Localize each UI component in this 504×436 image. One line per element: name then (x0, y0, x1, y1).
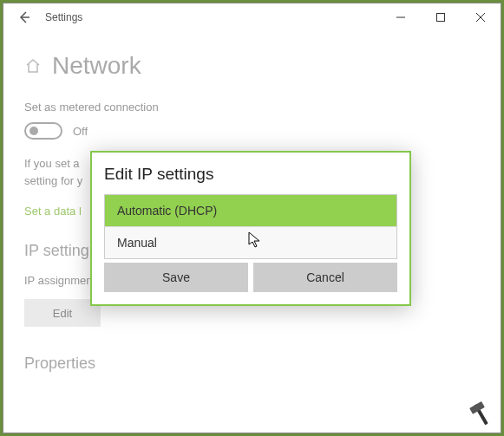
cancel-button[interactable]: Cancel (253, 263, 397, 292)
window-title: Settings (45, 11, 381, 23)
page-title: Network (52, 52, 141, 80)
minimize-icon (396, 13, 405, 22)
arrow-left-icon (17, 10, 31, 24)
svg-rect-0 (437, 14, 445, 22)
maximize-icon (436, 13, 445, 22)
maximize-button[interactable] (421, 3, 461, 31)
metered-toggle[interactable] (24, 122, 62, 140)
option-manual[interactable]: Manual (105, 227, 396, 258)
properties-heading: Properties (24, 355, 480, 373)
save-button[interactable]: Save (104, 263, 248, 292)
back-button[interactable] (10, 3, 38, 31)
edit-button[interactable]: Edit (24, 299, 101, 327)
dialog-title: Edit IP settings (104, 165, 397, 184)
minimize-button[interactable] (381, 3, 421, 31)
home-icon (24, 57, 42, 75)
edit-ip-dialog: Edit IP settings Automatic (DHCP) Manual… (90, 151, 411, 306)
ip-mode-dropdown[interactable]: Automatic (DHCP) Manual (104, 194, 397, 259)
settings-window: Settings Network Set as metered connecti… (3, 3, 501, 433)
option-automatic-dhcp[interactable]: Automatic (DHCP) (105, 195, 396, 227)
dialog-buttons: Save Cancel (104, 263, 397, 292)
titlebar: Settings (3, 3, 501, 31)
metered-state: Off (73, 125, 88, 138)
metered-label: Set as metered connection (24, 101, 480, 114)
metered-toggle-row: Off (24, 122, 480, 140)
close-icon (476, 13, 485, 22)
toggle-knob (29, 127, 38, 135)
window-controls (381, 3, 501, 31)
close-button[interactable] (461, 3, 501, 31)
page-header: Network (24, 52, 480, 80)
